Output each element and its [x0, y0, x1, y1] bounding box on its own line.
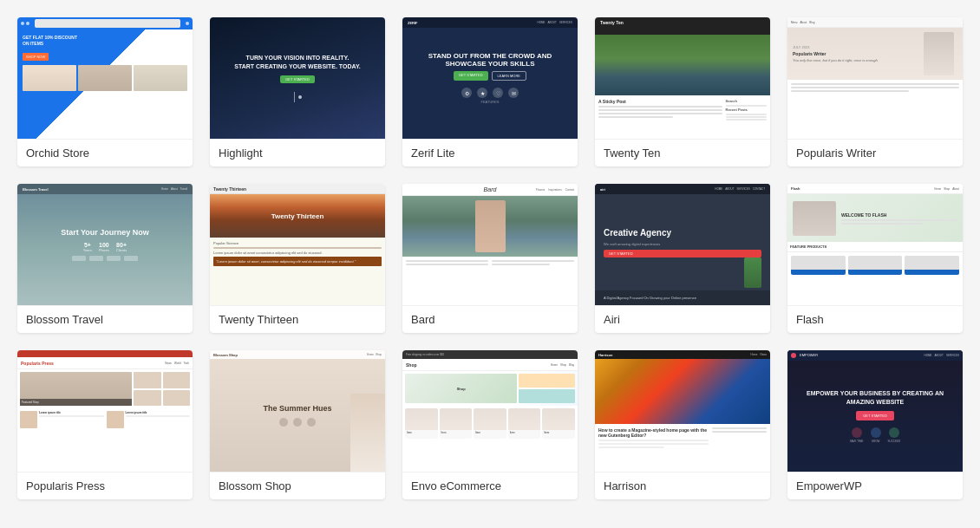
product-info: Item	[440, 430, 473, 435]
product-image	[848, 256, 903, 270]
product-info: Item	[508, 430, 541, 435]
theme-preview-envo: Free shipping on orders over $50 Shop Ho…	[402, 350, 578, 472]
emp-nav-logo-text: EMPOWER	[800, 353, 818, 358]
article-title: Lorem ipsum title	[126, 411, 191, 414]
theme-card-blossom-travel[interactable]: Blossom Travel Home About Travel Start Y…	[17, 184, 193, 333]
theme-name-bard: Bard	[402, 305, 578, 333]
theme-grid: GET FLAT 10% DISCOUNTON ITEMS SHOP NOW O…	[17, 17, 963, 499]
zerif-cta-1: GET STARTED	[454, 71, 488, 81]
theme-card-popularis-press[interactable]: Popularis Press News World Tech Featured…	[17, 350, 193, 499]
bard-excerpt	[406, 260, 488, 302]
bt-nav-link: Home	[161, 187, 168, 191]
widget-item	[726, 119, 768, 121]
envo-product: Item	[474, 408, 506, 439]
tth-content: Popular Science Lorem ipsum dolor sit am…	[210, 238, 385, 305]
nav-search	[35, 19, 180, 28]
zerif-nav: ZERIF HOME ABOUT SERVICES	[402, 17, 578, 28]
bard-nav-link: Contact	[565, 188, 574, 192]
bs-icon	[293, 418, 302, 427]
theme-card-highlight[interactable]: TURN YOUR VISION INTO REALITY.START CREA…	[210, 17, 385, 166]
envo-banners: Shop	[402, 371, 578, 406]
theme-card-twenty-thirteen[interactable]: Twenty Thirteen Twenty Thirteen Popular …	[210, 184, 385, 333]
emp-feature: SUCCEED	[888, 427, 901, 443]
nav-dot	[186, 22, 189, 25]
partner-logo	[89, 256, 103, 261]
product-info: Item	[474, 430, 506, 435]
zerif-feature-icon: ♡	[493, 88, 503, 98]
theme-preview-twentythirteen: Twenty Thirteen Twenty Thirteen Popular …	[210, 184, 385, 305]
article-title: Lorem ipsum title	[39, 411, 104, 414]
bt-partner-logos	[72, 256, 138, 261]
pw-content	[787, 80, 963, 139]
content-line	[791, 90, 909, 92]
theme-card-harrison[interactable]: Harrison Home News How to create a Magaz…	[595, 350, 770, 499]
bard-excerpt-2	[492, 260, 574, 302]
bard-hero	[402, 196, 578, 257]
theme-card-flash[interactable]: Flash Home Shop About WELCOME TO FLASH F…	[787, 184, 963, 333]
tth-hero-title: Twenty Thirteen	[271, 212, 324, 220]
flash-products	[787, 252, 963, 278]
theme-card-empowerwp[interactable]: EMPOWER HOME ABOUT SERVICES EMPOWER YOUR…	[787, 350, 963, 499]
harrison-logo: Harrison	[598, 353, 612, 357]
bard-nav-link: Flowers	[536, 188, 546, 192]
airi-decoration	[744, 257, 761, 288]
theme-card-zerif-lite[interactable]: ZERIF HOME ABOUT SERVICES STAND OUT FROM…	[402, 17, 578, 166]
flash-nav-link: Home	[934, 187, 941, 191]
stat-number: 5+	[83, 242, 92, 248]
harrison-nav: Harrison Home News	[595, 350, 770, 359]
theme-card-airi[interactable]: airi HOME ABOUT SERVICES CONTACT Creativ…	[595, 184, 770, 333]
highlight-title: TURN YOUR VISION INTO REALITY.START CREA…	[234, 54, 360, 71]
theme-card-twenty-ten[interactable]: Twenty Ten A Sticky Post Search Recen	[595, 17, 770, 166]
bs-icon	[279, 418, 288, 427]
bt-stats: 5+ Years 100 Places 80+ Clients	[83, 242, 127, 252]
article-text: Lorem ipsum title	[39, 411, 104, 469]
emp-features: SAVE TIME GROW SUCCEED	[850, 427, 900, 443]
theme-preview-zerif: ZERIF HOME ABOUT SERVICES STAND OUT FROM…	[402, 17, 578, 139]
stat-label: Clients	[116, 248, 127, 252]
pp-main-image: Featured Story	[20, 372, 132, 406]
widget-item	[726, 114, 768, 115]
harrison-content: How to create a Magazine-styled home pag…	[595, 424, 770, 472]
theme-card-blossom-shop[interactable]: Blossom Shop Home Shop The Summer Hues B…	[210, 350, 385, 499]
zerif-features: ⚙ ★ ♡ ✉	[461, 88, 519, 98]
product-price	[848, 270, 903, 275]
envo-side-banners	[519, 374, 575, 403]
airi-nav-link: SERVICES	[737, 187, 750, 191]
content-line	[598, 109, 722, 111]
product-item	[134, 65, 187, 91]
theme-name-twenty-ten: Twenty Ten	[595, 139, 770, 166]
airi-cta: GET STARTED	[604, 250, 761, 257]
content-line	[598, 116, 673, 118]
theme-name-highlight: Highlight	[210, 139, 385, 166]
theme-card-envo-ecommerce[interactable]: Free shipping on orders over $50 Shop Ho…	[402, 350, 578, 499]
theme-card-popularis-writer[interactable]: Menu About Blog JULY 2023 Popularis Writ…	[787, 17, 963, 166]
envo-header: Shop Home Shop Blog	[402, 359, 578, 371]
pw-nav-item: Blog	[809, 21, 814, 24]
airi-nav-link: HOME	[715, 187, 722, 191]
emp-nav-link: HOME	[924, 354, 932, 357]
product-info: Item	[405, 430, 438, 435]
envo-side-banner	[519, 389, 575, 403]
bt-nav-link: About	[171, 187, 178, 191]
theme-name-zerif-lite: Zerif Lite	[402, 139, 578, 166]
feature-icon-circle	[889, 427, 899, 438]
article-image	[107, 411, 124, 428]
bard-header: Bard Flowers Inspirations Contact	[402, 184, 578, 196]
pp-featured: Featured Story	[17, 369, 193, 408]
bard-nav: Flowers Inspirations Contact	[536, 188, 574, 192]
theme-card-orchid-store[interactable]: GET FLAT 10% DISCOUNTON ITEMS SHOP NOW O…	[17, 17, 193, 166]
flash-line	[841, 223, 923, 225]
airi-nav-link: ABOUT	[725, 187, 734, 191]
twentyten-header: Twenty Ten	[595, 17, 770, 35]
theme-name-blossom-travel: Blossom Travel	[17, 305, 193, 333]
product-image	[791, 256, 846, 270]
theme-preview-blossom-travel: Blossom Travel Home About Travel Start Y…	[17, 184, 193, 305]
twentyten-logo: Twenty Ten	[595, 17, 770, 28]
pw-hero: JULY 2023 Popularis Writer You only live…	[787, 28, 963, 80]
content-line	[598, 113, 722, 114]
stat-label: Years	[83, 248, 92, 252]
theme-card-bard[interactable]: Bard Flowers Inspirations Contact	[402, 184, 578, 333]
envo-topbar-text: Free shipping on orders over $50	[406, 353, 444, 356]
flash-hero-image	[793, 201, 836, 236]
theme-preview-airi: airi HOME ABOUT SERVICES CONTACT Creativ…	[595, 184, 770, 305]
